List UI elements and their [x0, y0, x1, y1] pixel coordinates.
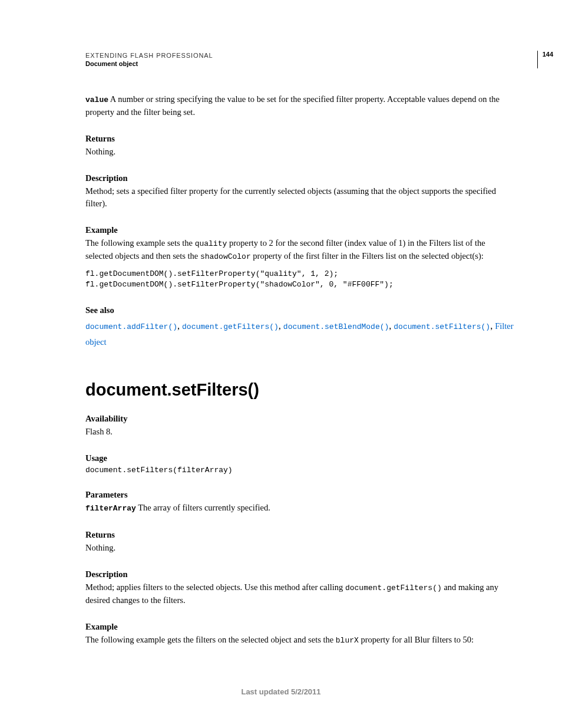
returns-text-2: Nothing.	[85, 542, 515, 554]
returns-text: Nothing.	[85, 146, 515, 158]
page-number: 144	[537, 51, 553, 68]
code-blurx: blurX	[336, 636, 359, 645]
usage-heading: Usage	[85, 453, 515, 463]
code-quality: quality	[195, 239, 227, 248]
description-text: Method; sets a specified filter property…	[85, 185, 515, 210]
page-header: EXTENDING FLASH PROFESSIONAL Document ob…	[85, 52, 515, 67]
header-title: EXTENDING FLASH PROFESSIONAL	[85, 52, 515, 59]
method-title: document.setFilters()	[85, 380, 515, 400]
availability-text: Flash 8.	[85, 426, 515, 438]
code-block-1: fl.getDocumentDOM().setFilterProperty("q…	[85, 269, 515, 290]
description-text-2: Method; applies filters to the selected …	[85, 581, 515, 607]
header-subtitle: Document object	[85, 60, 515, 67]
description-heading: Description	[85, 173, 515, 183]
link-setfilters[interactable]: document.setFilters()	[394, 322, 490, 331]
usage-code: document.setFilters(filterArray)	[85, 466, 515, 475]
example-text-2: The following example gets the filters o…	[85, 634, 515, 647]
example-heading-2: Example	[85, 622, 515, 632]
returns-heading-2: Returns	[85, 530, 515, 540]
example-intro: The following example sets the quality p…	[85, 237, 515, 263]
returns-heading: Returns	[85, 134, 515, 144]
availability-heading: Availability	[85, 414, 515, 424]
see-also-heading: See also	[85, 305, 515, 315]
page: EXTENDING FLASH PROFESSIONAL Document ob…	[0, 0, 562, 728]
parameters-heading: Parameters	[85, 490, 515, 500]
code-getfilters: document.getFilters()	[345, 584, 442, 592]
example-heading: Example	[85, 225, 515, 235]
footer-updated: Last updated 5/2/2011	[0, 687, 562, 696]
param-name-value: value	[85, 95, 108, 104]
link-setblendmode[interactable]: document.setBlendMode()	[283, 322, 389, 331]
param-name-filterarray: filterArray	[85, 504, 136, 513]
link-addfilter[interactable]: document.addFilter()	[85, 322, 177, 331]
description-heading-2: Description	[85, 569, 515, 579]
see-also-links: document.addFilter(), document.getFilter…	[85, 318, 515, 350]
link-getfilters[interactable]: document.getFilters()	[182, 322, 279, 331]
param-filterarray: filterArray The array of filters current…	[85, 502, 515, 515]
code-shadowcolor: shadowColor	[200, 252, 251, 261]
param-value-description: value A number or string specifying the …	[85, 93, 515, 118]
